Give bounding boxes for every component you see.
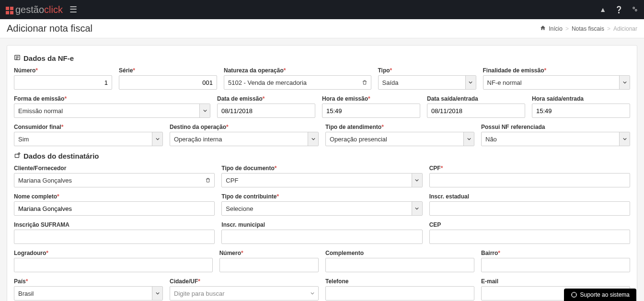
- cep-input[interactable]: [429, 230, 630, 244]
- menu-toggle-icon[interactable]: ☰: [69, 5, 77, 14]
- consumidor-final-select[interactable]: Sim: [14, 132, 163, 146]
- chevron-down-icon: [619, 76, 630, 89]
- numero-input[interactable]: [14, 75, 112, 90]
- support-button[interactable]: Suporte ao sistema: [564, 289, 636, 301]
- inscr-estadual-input[interactable]: [429, 201, 630, 216]
- natureza-value: 5102 - Venda de mercadoria: [224, 79, 358, 86]
- svg-rect-3: [10, 11, 13, 14]
- label-cliente-fornecedor: Cliente/Fornecedor: [14, 165, 66, 172]
- list-icon: [14, 54, 21, 62]
- breadcrumb-sep: >: [607, 25, 610, 32]
- breadcrumb-home[interactable]: Início: [549, 25, 563, 32]
- logo-text-1: gestão: [15, 4, 44, 15]
- form-panel: Dados da NF-e Número* Série* Natureza da…: [7, 45, 637, 301]
- tipo-contribuinte-value: Selecione: [222, 205, 411, 212]
- finalidade-value: NF-e normal: [483, 79, 620, 86]
- serie-input[interactable]: [119, 75, 217, 90]
- data-emissao-input[interactable]: [217, 104, 315, 118]
- label-nome-completo: Nome completo: [14, 193, 57, 200]
- destino-operacao-select[interactable]: Operação interna: [170, 132, 319, 146]
- tipo-contribuinte-select[interactable]: Selecione: [221, 201, 422, 216]
- breadcrumb-current: Adicionar: [613, 25, 637, 32]
- label-numero-addr: Número: [219, 250, 241, 256]
- finalidade-select[interactable]: NF-e normal: [483, 75, 631, 90]
- page-header: Adicionar nota fiscal Início > Notas fis…: [0, 19, 644, 38]
- label-cep: CEP: [429, 221, 441, 228]
- tipo-atendimento-select[interactable]: Operação presencial: [325, 132, 474, 146]
- alert-icon[interactable]: ▲: [599, 6, 606, 13]
- share-icon: [14, 152, 21, 160]
- field-telefone: Telefone: [325, 278, 474, 301]
- label-hora-emissao: Hora de emissão: [322, 95, 368, 102]
- label-logradouro: Logradouro: [14, 250, 46, 256]
- label-possui-nf-ref: Possui NF referenciada: [481, 124, 545, 130]
- breadcrumb-mid[interactable]: Notas fiscais: [572, 25, 604, 32]
- natureza-input[interactable]: 5102 - Venda de mercadoria: [224, 75, 371, 90]
- field-cidade-uf: Cidade/UF* Digite para buscar: [170, 278, 319, 301]
- label-consumidor-final: Consumidor final: [14, 124, 61, 130]
- complemento-input[interactable]: [325, 258, 474, 272]
- label-cpf: CPF: [429, 165, 441, 172]
- field-tipo: Tipo* Saída: [378, 67, 476, 90]
- pais-select[interactable]: Brasil: [14, 286, 163, 301]
- consumidor-final-value: Sim: [14, 136, 152, 143]
- field-tipo-atendimento: Tipo de atendimento* Operação presencial: [325, 124, 474, 146]
- label-data-emissao: Data de emissão: [217, 95, 263, 102]
- field-cpf: CPF*: [429, 165, 630, 187]
- possui-nf-ref-select[interactable]: Não: [481, 132, 630, 146]
- hora-saida-input[interactable]: [532, 104, 630, 118]
- logradouro-input[interactable]: [14, 258, 213, 272]
- trash-icon[interactable]: [202, 177, 214, 183]
- label-tipo: Tipo: [378, 67, 390, 74]
- inscr-municipal-input[interactable]: [221, 230, 422, 244]
- tipo-value: Saída: [379, 79, 465, 86]
- label-hora-saida: Hora saída/entrada: [532, 95, 584, 102]
- field-cliente-fornecedor: Cliente/Fornecedor Mariana Gonçalves: [14, 165, 215, 187]
- cliente-fornecedor-input[interactable]: Mariana Gonçalves: [14, 173, 215, 187]
- tipo-documento-value: CPF: [222, 177, 411, 184]
- cidade-uf-placeholder: Digite para buscar: [174, 290, 225, 297]
- section-dest-label: Dados do destinatário: [23, 152, 99, 160]
- field-forma-emissao: Forma de emissão* Emissão normal: [14, 95, 210, 118]
- chevron-down-icon: [619, 132, 630, 146]
- cliente-fornecedor-value: Mariana Gonçalves: [14, 177, 202, 184]
- label-pais: País: [14, 278, 26, 285]
- nome-completo-input[interactable]: [14, 201, 215, 216]
- bairro-input[interactable]: [481, 258, 630, 272]
- tipo-select[interactable]: Saída: [378, 75, 476, 90]
- chevron-down-icon: [465, 76, 476, 89]
- main-container: Dados da NF-e Número* Série* Natureza da…: [0, 38, 644, 301]
- telefone-input[interactable]: [325, 286, 474, 301]
- settings-icon[interactable]: [632, 6, 638, 14]
- cpf-input[interactable]: [429, 173, 630, 187]
- field-inscricao-suframa: Inscrição SUFRAMA: [14, 221, 215, 244]
- field-numero-addr: Número*: [219, 250, 319, 272]
- data-saida-input[interactable]: [427, 104, 525, 118]
- support-label: Suporte ao sistema: [580, 291, 630, 298]
- label-tipo-documento: Tipo de documento: [221, 165, 274, 172]
- cidade-uf-select[interactable]: Digite para buscar: [170, 286, 319, 301]
- hora-emissao-input[interactable]: [322, 104, 420, 118]
- trash-icon[interactable]: [358, 80, 371, 85]
- logo[interactable]: gestãoclick: [6, 4, 63, 15]
- page-title: Adicionar nota fiscal: [7, 23, 92, 34]
- tipo-documento-select[interactable]: CPF: [221, 173, 422, 187]
- label-finalidade: Finalidade de emissão: [483, 67, 544, 74]
- possui-nf-ref-value: Não: [482, 136, 619, 143]
- field-destino-operacao: Destino da operação* Operação interna: [170, 124, 319, 146]
- field-hora-emissao: Hora de emissão*: [322, 95, 420, 118]
- chevron-down-icon: [152, 287, 162, 300]
- svg-rect-2: [6, 11, 9, 14]
- field-tipo-contribuinte: Tipo de contribuinte* Selecione: [221, 193, 422, 216]
- label-numero: Número: [14, 67, 35, 74]
- label-email: E-mail: [481, 278, 498, 285]
- topbar-left: gestãoclick ☰: [6, 4, 77, 15]
- numero-addr-input[interactable]: [219, 258, 319, 272]
- field-finalidade: Finalidade de emissão* NF-e normal: [483, 67, 631, 90]
- help-icon[interactable]: ❔: [615, 6, 623, 13]
- field-consumidor-final: Consumidor final* Sim: [14, 124, 163, 146]
- field-data-saida: Data saída/entrada: [427, 95, 525, 118]
- label-inscr-municipal: Inscr. municipal: [221, 221, 265, 228]
- forma-emissao-select[interactable]: Emissão normal: [14, 104, 210, 118]
- inscricao-suframa-input[interactable]: [14, 230, 215, 244]
